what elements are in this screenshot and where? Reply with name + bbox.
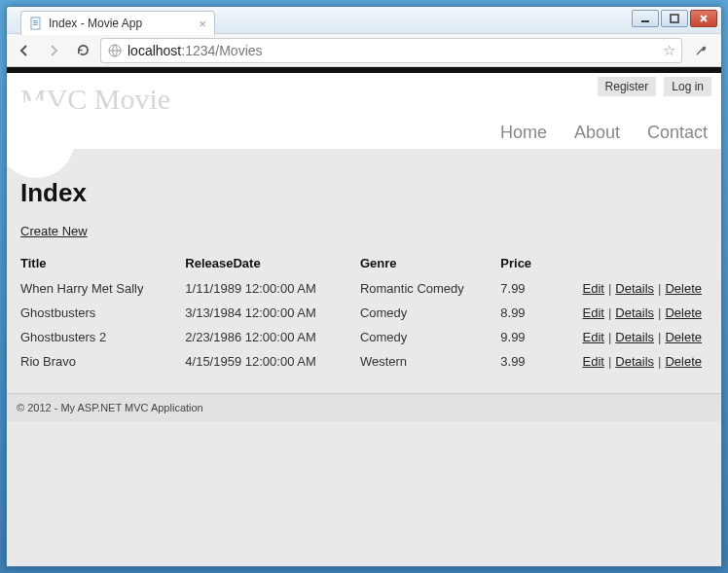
delete-link[interactable]: Delete: [665, 330, 702, 344]
window-controls: [632, 10, 717, 27]
edit-link[interactable]: Edit: [582, 305, 603, 320]
col-actions: [548, 252, 708, 276]
details-link[interactable]: Details: [615, 330, 654, 344]
cell-title: Ghostbusters 2: [20, 325, 185, 349]
reload-button[interactable]: [71, 39, 94, 62]
browser-window: Index - Movie App ×: [6, 6, 722, 567]
svg-rect-3: [33, 24, 38, 25]
details-link[interactable]: Details: [615, 354, 654, 369]
page-favicon-icon: [29, 17, 43, 30]
cell-price: 7.99: [500, 276, 547, 301]
cell-genre: Western: [360, 349, 500, 374]
svg-rect-1: [33, 20, 38, 21]
nav-about[interactable]: About: [574, 123, 620, 143]
cell-actions: Edit|Details|Delete: [548, 276, 708, 301]
tab-title: Index - Movie App: [49, 17, 142, 30]
svg-rect-2: [33, 22, 38, 23]
delete-link[interactable]: Delete: [665, 354, 702, 369]
auth-links: Register Log in: [598, 77, 711, 96]
create-new-link[interactable]: Create New: [20, 224, 88, 238]
cell-genre: Comedy: [360, 301, 500, 325]
browser-tab[interactable]: Index - Movie App ×: [20, 11, 215, 35]
table-row: When Harry Met Sally 1/11/1989 12:00:00 …: [20, 276, 708, 301]
cell-price: 8.99: [500, 301, 547, 325]
register-link[interactable]: Register: [598, 77, 657, 96]
forward-button[interactable]: [42, 39, 65, 62]
cell-price: 9.99: [500, 325, 547, 349]
cell-actions: Edit|Details|Delete: [548, 301, 708, 325]
col-genre: Genre: [360, 252, 500, 276]
cell-release: 2/23/1986 12:00:00 AM: [185, 325, 360, 349]
maximize-button[interactable]: [661, 10, 688, 27]
bookmark-star-icon[interactable]: ☆: [663, 42, 675, 59]
table-header-row: Title ReleaseDate Genre Price: [20, 252, 708, 276]
main-content: Index Create New Title ReleaseDate Genre…: [7, 149, 721, 393]
svg-rect-5: [671, 15, 678, 22]
edit-link[interactable]: Edit: [582, 281, 603, 296]
cell-release: 3/13/1984 12:00:00 AM: [185, 301, 360, 325]
url-path: :1234/Movies: [181, 43, 262, 58]
nav-home[interactable]: Home: [500, 123, 547, 143]
col-release: ReleaseDate: [185, 252, 360, 276]
cell-price: 3.99: [500, 349, 547, 374]
cell-title: Ghostbusters: [20, 301, 185, 325]
window-close-button[interactable]: [690, 10, 717, 27]
table-row: Ghostbusters 3/13/1984 12:00:00 AM Comed…: [20, 301, 708, 325]
cell-genre: Comedy: [360, 325, 500, 349]
col-title: Title: [20, 252, 185, 276]
movies-table: Title ReleaseDate Genre Price When Harry…: [20, 252, 708, 374]
url-host: localhost: [127, 43, 181, 58]
cell-title: When Harry Met Sally: [20, 276, 185, 301]
delete-link[interactable]: Delete: [665, 305, 702, 320]
nav-contact[interactable]: Contact: [647, 123, 708, 143]
back-button[interactable]: [13, 39, 36, 62]
browser-toolbar: localhost:1234/Movies ☆: [7, 34, 721, 67]
page-title: Index: [20, 178, 708, 208]
site-footer: © 2012 - My ASP.NET MVC Application: [7, 393, 721, 421]
edit-link[interactable]: Edit: [582, 354, 603, 369]
table-row: Rio Bravo 4/15/1959 12:00:00 AM Western …: [20, 349, 708, 374]
cell-actions: Edit|Details|Delete: [548, 325, 708, 349]
cell-genre: Romantic Comedy: [360, 276, 500, 301]
settings-wrench-icon[interactable]: [688, 38, 715, 63]
tab-close-icon[interactable]: ×: [199, 17, 206, 31]
minimize-button[interactable]: [632, 10, 659, 27]
svg-rect-4: [641, 20, 649, 22]
col-price: Price: [500, 252, 547, 276]
titlebar: Index - Movie App ×: [7, 7, 721, 34]
details-link[interactable]: Details: [615, 281, 654, 296]
cell-actions: Edit|Details|Delete: [548, 349, 708, 374]
delete-link[interactable]: Delete: [665, 281, 702, 296]
site-header: MVC Movie Register Log in Home About Con…: [7, 73, 721, 149]
details-link[interactable]: Details: [615, 305, 654, 320]
cell-release: 1/11/1989 12:00:00 AM: [185, 276, 360, 301]
address-bar[interactable]: localhost:1234/Movies ☆: [100, 38, 682, 63]
cell-title: Rio Bravo: [20, 349, 185, 374]
main-nav: Home About Contact: [500, 123, 708, 143]
page-body: MVC Movie Register Log in Home About Con…: [7, 73, 721, 566]
cell-release: 4/15/1959 12:00:00 AM: [185, 349, 360, 374]
globe-icon: [107, 43, 123, 58]
login-link[interactable]: Log in: [664, 77, 711, 96]
table-row: Ghostbusters 2 2/23/1986 12:00:00 AM Com…: [20, 325, 708, 349]
edit-link[interactable]: Edit: [582, 330, 603, 344]
